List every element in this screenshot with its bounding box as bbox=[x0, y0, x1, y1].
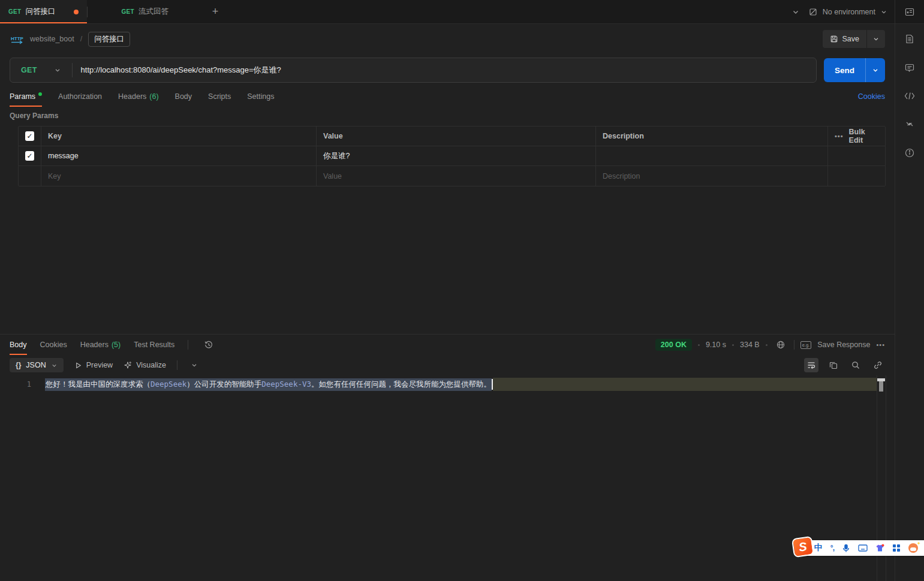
ime-skin-icon[interactable] bbox=[875, 544, 884, 552]
table-header-row: ✓ Key Value Description ••• Bulk Edit bbox=[19, 127, 885, 146]
response-text-selected[interactable]: 您好！我是由中国的深度求索（DeepSeek）公司开发的智能助手DeepSeek… bbox=[45, 378, 492, 391]
response-panel: Body Cookies Headers (5) Test Results 20… bbox=[0, 334, 895, 581]
code-snippet-icon[interactable] bbox=[901, 89, 918, 103]
network-globe-icon[interactable] bbox=[773, 338, 788, 352]
url-row: GET http://localhost:8080/ai/deepSeek/ch… bbox=[0, 54, 895, 86]
column-header-value: Value bbox=[317, 127, 596, 146]
response-tabs: Body Cookies Headers (5) Test Results 20… bbox=[0, 335, 895, 355]
column-header-key: Key bbox=[41, 127, 317, 146]
line-selection-highlight bbox=[493, 378, 877, 391]
response-text-segment: ）公司开发的智能助手 bbox=[186, 380, 261, 389]
documentation-icon[interactable] bbox=[902, 31, 917, 47]
ime-emoji-face-icon[interactable] bbox=[908, 543, 918, 553]
ime-bar: S 中 °, bbox=[801, 540, 924, 556]
preview-button[interactable]: Preview bbox=[74, 361, 113, 369]
ime-microphone-icon[interactable] bbox=[842, 544, 850, 553]
request-tab[interactable]: GET 流式回答 bbox=[113, 0, 176, 23]
tab-settings[interactable]: Settings bbox=[247, 86, 274, 107]
request-tab-active[interactable]: GET 问答接口 bbox=[0, 0, 87, 23]
tab-response-headers[interactable]: Headers (5) bbox=[80, 335, 121, 355]
tab-response-cookies[interactable]: Cookies bbox=[40, 335, 67, 355]
ime-punctuation-button[interactable]: °, bbox=[830, 544, 834, 552]
status-badge[interactable]: 200 OK bbox=[655, 339, 692, 351]
visualize-sparkle-icon bbox=[124, 361, 132, 369]
more-options-icon[interactable]: ••• bbox=[835, 133, 844, 140]
braces-icon: {} bbox=[16, 361, 21, 369]
request-name-field[interactable]: 问答接口 bbox=[88, 32, 130, 47]
url-input[interactable]: http://localhost:8080/ai/deepSeek/chat?m… bbox=[81, 65, 281, 76]
save-button-label: Save bbox=[842, 35, 860, 43]
tab-params[interactable]: Params bbox=[10, 86, 42, 107]
tab-response-body[interactable]: Body bbox=[10, 335, 27, 355]
response-text-segment: 。如您有任何任何问题，我会尽我所能为您提供帮助。 bbox=[311, 380, 491, 389]
right-sidebar bbox=[895, 0, 924, 581]
chevron-down-icon[interactable] bbox=[789, 5, 802, 19]
sogou-ime-logo[interactable]: S bbox=[791, 536, 814, 558]
breadcrumb-separator: / bbox=[80, 35, 82, 43]
response-time[interactable]: 9.10 s bbox=[706, 341, 726, 349]
chevron-down-icon bbox=[880, 8, 887, 16]
ime-toolbox-grid-icon[interactable] bbox=[892, 544, 901, 552]
value-placeholder[interactable]: Value bbox=[323, 172, 342, 180]
tab-headers[interactable]: Headers (6) bbox=[118, 86, 159, 107]
param-key-cell[interactable]: message bbox=[41, 146, 317, 165]
method-select[interactable]: GET bbox=[10, 66, 72, 74]
send-options-chevron[interactable] bbox=[865, 58, 885, 82]
response-more-options-icon[interactable]: ••• bbox=[876, 341, 885, 348]
tab-test-results[interactable]: Test Results bbox=[134, 335, 174, 355]
comments-icon[interactable] bbox=[902, 60, 917, 76]
environment-quick-look-icon[interactable] bbox=[902, 4, 917, 20]
response-size[interactable]: 334 B bbox=[740, 341, 760, 349]
response-toolbar-right bbox=[804, 358, 885, 372]
request-subtabs: Params Authorization Headers (6) Body Sc… bbox=[0, 86, 895, 107]
key-placeholder[interactable]: Key bbox=[48, 172, 61, 180]
cookies-link[interactable]: Cookies bbox=[858, 92, 885, 101]
bulk-edit-button[interactable]: Bulk Edit bbox=[849, 128, 878, 145]
environment-selector[interactable]: No environment bbox=[808, 7, 887, 17]
method-label: GET bbox=[21, 66, 37, 74]
description-placeholder[interactable]: Description bbox=[603, 172, 640, 180]
response-format-select[interactable]: {} JSON bbox=[10, 358, 64, 372]
column-header-description: Description bbox=[596, 127, 828, 146]
info-icon[interactable] bbox=[902, 145, 917, 161]
save-button[interactable]: Save bbox=[823, 30, 867, 48]
tab-authorization[interactable]: Authorization bbox=[58, 86, 102, 107]
copy-icon[interactable] bbox=[826, 358, 841, 372]
url-bar: GET http://localhost:8080/ai/deepSeek/ch… bbox=[10, 58, 817, 83]
format-options-chevron[interactable] bbox=[188, 359, 200, 371]
ime-chinese-mode-button[interactable]: 中 bbox=[814, 543, 823, 553]
request-header-row: HTTP website_boot / 问答接口 Save bbox=[0, 24, 895, 54]
link-icon[interactable] bbox=[871, 358, 885, 372]
save-as-example-icon: e.g. bbox=[800, 341, 812, 349]
query-params-table: ✓ Key Value Description ••• Bulk Edit ✓ … bbox=[18, 126, 886, 186]
response-text-segment: DeepSeek-V3 bbox=[261, 380, 311, 389]
param-checkbox[interactable]: ✓ bbox=[25, 151, 34, 161]
response-headers-count-badge: (5) bbox=[112, 341, 121, 349]
related-requests-icon[interactable] bbox=[902, 116, 917, 132]
select-all-checkbox[interactable]: ✓ bbox=[25, 131, 34, 141]
response-text-segment: DeepSeek bbox=[151, 380, 186, 389]
response-text-segment: 您好！我是由中国的深度求索（ bbox=[46, 380, 151, 389]
new-tab-button[interactable]: + bbox=[203, 0, 227, 23]
param-description-cell[interactable] bbox=[596, 146, 828, 165]
tab-scripts[interactable]: Scripts bbox=[208, 86, 231, 107]
main-panel: GET 问答接口 GET 流式回答 + No environment bbox=[0, 0, 895, 581]
save-response-button[interactable]: Save Response bbox=[817, 341, 870, 349]
scrollbar-thumb[interactable] bbox=[879, 381, 883, 392]
response-body-viewer[interactable]: 1 您好！我是由中国的深度求索（DeepSeek）公司开发的智能助手DeepSe… bbox=[0, 375, 895, 581]
floppy-save-icon bbox=[830, 35, 838, 43]
divider bbox=[177, 360, 177, 370]
save-options-chevron[interactable] bbox=[866, 30, 885, 48]
response-history-icon[interactable] bbox=[201, 338, 216, 352]
breadcrumb-collection[interactable]: website_boot bbox=[30, 35, 74, 43]
param-value-cell[interactable]: 你是谁? bbox=[317, 146, 596, 165]
search-icon[interactable] bbox=[848, 358, 863, 372]
send-button[interactable]: Send bbox=[824, 58, 865, 82]
chevron-down-icon bbox=[51, 362, 58, 369]
visualize-button[interactable]: Visualize bbox=[124, 361, 166, 369]
tab-body[interactable]: Body bbox=[175, 86, 192, 107]
ime-keyboard-icon[interactable] bbox=[858, 544, 868, 552]
table-row-empty: Key Value Description bbox=[19, 166, 885, 186]
wrap-text-icon[interactable] bbox=[804, 358, 818, 372]
tab-headers-label: Headers bbox=[118, 92, 146, 101]
